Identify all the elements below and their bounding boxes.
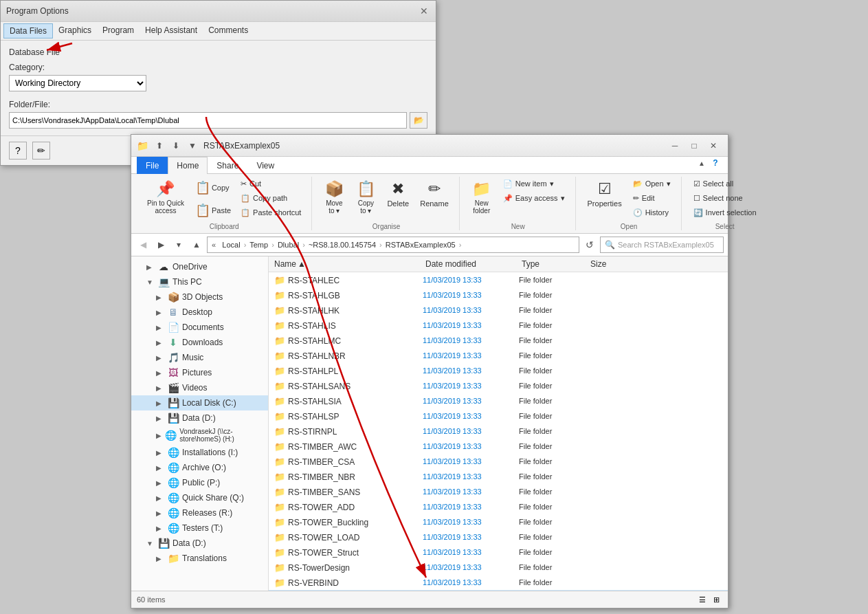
- properties-button[interactable]: ☑ Properties: [583, 177, 627, 211]
- sidebar-item-onedrive[interactable]: ▶ ☁ OneDrive: [131, 259, 268, 274]
- file-row[interactable]: 📁RS-VERBIND 11/03/2019 13:33 File folder: [269, 575, 728, 590]
- file-row[interactable]: 📁RS-STAHLMC 11/03/2019 13:33 File folder: [269, 333, 728, 348]
- paste-shortcut-button[interactable]: 📋 Paste shortcut: [236, 206, 306, 219]
- file-row[interactable]: 📁RS-STAHLSP 11/03/2019 13:33 File folder: [269, 408, 728, 424]
- select-all-button[interactable]: ☑ Select all: [689, 177, 761, 190]
- move-to-button[interactable]: 📦 Moveto ▾: [319, 177, 349, 218]
- col-header-type[interactable]: Type: [522, 259, 590, 269]
- file-row[interactable]: 📁RS-STAHLSIA 11/03/2019 13:33 File folde…: [269, 393, 728, 408]
- program-options-close-button[interactable]: ✕: [418, 5, 430, 17]
- col-date-label: Date modified: [425, 259, 476, 269]
- file-row[interactable]: 📁RS-STAHLEC 11/03/2019 13:33 File folder: [269, 272, 728, 287]
- sidebar-item-testers[interactable]: ▶ 🌐 Testers (T:): [131, 520, 268, 536]
- ribbon-tab-file[interactable]: File: [137, 157, 168, 174]
- folder-path-input[interactable]: [9, 112, 407, 129]
- file-row[interactable]: 📁RS-STAHLIS 11/03/2019 13:33 File folder: [269, 318, 728, 333]
- refresh-button[interactable]: ↺: [582, 237, 597, 252]
- menu-item-datafiles[interactable]: Data Files: [3, 23, 53, 39]
- file-row[interactable]: 📁RS-TOWER_ADD 11/03/2019 13:33 File fold…: [269, 499, 728, 514]
- sidebar-item-archive[interactable]: ▶ 🌐 Archive (O:): [131, 460, 268, 475]
- sidebar-item-pictures[interactable]: ▶ 🖼 Pictures: [131, 365, 268, 380]
- sidebar-item-videos[interactable]: ▶ 🎬 Videos: [131, 380, 268, 395]
- sidebar-item-translations[interactable]: ▶ 📁 Translations: [131, 551, 268, 566]
- delete-button[interactable]: ✖ Delete: [382, 177, 414, 211]
- file-row[interactable]: 📁RS-TIMBER_NBR 11/03/2019 13:33 File fol…: [269, 469, 728, 484]
- qs-btn-2[interactable]: ⬇: [169, 140, 183, 152]
- easy-access-button[interactable]: 📌 Easy access ▾: [498, 191, 570, 205]
- rename-button[interactable]: ✏ Rename: [415, 177, 454, 211]
- paste-button[interactable]: 📋 Paste: [190, 199, 234, 221]
- sidebar-item-thispc[interactable]: ▼ 💻 This PC: [131, 274, 268, 289]
- file-row[interactable]: 📁RS-STAHLGB 11/03/2019 13:33 File folder: [269, 287, 728, 303]
- file-row[interactable]: 📁RS-TOWER_Struct 11/03/2019 13:33 File f…: [269, 545, 728, 560]
- menu-item-helpassistant[interactable]: Help Assistant: [140, 23, 203, 39]
- sidebar-item-downloads[interactable]: ▶ ⬇ Downloads: [131, 335, 268, 350]
- file-row[interactable]: 📁RS-STAHLHK 11/03/2019 13:33 File folder: [269, 303, 728, 318]
- sidebar-item-localc[interactable]: ▶ 💾 Local Disk (C:): [131, 395, 268, 410]
- help-button[interactable]: ?: [9, 142, 27, 160]
- category-dropdown[interactable]: Working Directory: [9, 75, 146, 91]
- file-row[interactable]: 📁RS-TOWER_Buckling 11/03/2019 13:33 File…: [269, 514, 728, 529]
- invert-selection-button[interactable]: 🔄 Invert selection: [689, 206, 761, 219]
- sidebar-item-installations[interactable]: ▶ 🌐 Installations (I:): [131, 445, 268, 460]
- copy-to-button[interactable]: 📋 Copyto ▾: [350, 177, 381, 218]
- cut-button[interactable]: ✂ Cut: [236, 177, 306, 190]
- ribbon-tab-home[interactable]: Home: [168, 157, 208, 174]
- sidebar-item-quickshare[interactable]: ▶ 🌐 Quick Share (Q:): [131, 490, 268, 505]
- sidebar-item-datad2[interactable]: ▼ 💾 Data (D:): [131, 536, 268, 551]
- col-header-size[interactable]: Size: [590, 259, 645, 269]
- new-item-button[interactable]: 📄 New item ▾: [498, 177, 570, 190]
- menu-item-graphics[interactable]: Graphics: [53, 23, 97, 39]
- ribbon-expand-button[interactable]: ▲: [695, 157, 709, 169]
- explorer-close-button[interactable]: ✕: [704, 138, 722, 153]
- videos-label: Videos: [182, 383, 207, 393]
- file-row[interactable]: 📁RS-STAHLSANS 11/03/2019 13:33 File fold…: [269, 378, 728, 393]
- sidebar-item-music[interactable]: ▶ 🎵 Music: [131, 350, 268, 365]
- sidebar-item-releases[interactable]: ▶ 🌐 Releases (R:): [131, 505, 268, 520]
- folder-browse-button[interactable]: 📂: [410, 112, 427, 129]
- col-header-date[interactable]: Date modified: [425, 259, 522, 269]
- edit-btn[interactable]: ✏ Edit: [628, 191, 676, 205]
- file-row[interactable]: 📁RS-TowerDesign 11/03/2019 13:33 File fo…: [269, 560, 728, 575]
- details-view-button[interactable]: ☰: [696, 593, 709, 606]
- file-row[interactable]: 📁RS-TIMBER_SANS 11/03/2019 13:33 File fo…: [269, 484, 728, 499]
- col-header-name[interactable]: Name ▲: [274, 259, 425, 269]
- new-folder-button[interactable]: 📁 Newfolder: [467, 177, 497, 218]
- search-box[interactable]: 🔍 Search RSTABxExamplex05: [600, 237, 724, 253]
- open-button[interactable]: 📂 Open ▾: [628, 177, 676, 190]
- sidebar-item-desktop[interactable]: ▶ 🖥 Desktop: [131, 305, 268, 320]
- menu-item-program[interactable]: Program: [97, 23, 140, 39]
- explorer-maximize-button[interactable]: □: [685, 138, 703, 153]
- copy-button[interactable]: 📋 Copy: [190, 177, 234, 199]
- nav-back-button[interactable]: ◀: [135, 237, 151, 252]
- ribbon-tab-view[interactable]: View: [247, 157, 283, 174]
- select-none-button[interactable]: ☐ Select none: [689, 191, 761, 205]
- file-row[interactable]: 📁RS-TIMBER_AWC 11/03/2019 13:33 File fol…: [269, 439, 728, 454]
- sidebar-item-public[interactable]: ▶ 🌐 Public (P:): [131, 475, 268, 490]
- file-row[interactable]: 📁RS-STAHLNBR 11/03/2019 13:33 File folde…: [269, 348, 728, 363]
- ribbon-tab-share[interactable]: Share: [208, 157, 247, 174]
- address-path[interactable]: « Local › Temp › Dlubal › ~RS8.18.00.145…: [207, 237, 579, 253]
- copy-path-button[interactable]: 📋 Copy path: [236, 191, 306, 205]
- file-row[interactable]: 📁RS-STAHLPL 11/03/2019 13:33 File folder: [269, 363, 728, 378]
- sidebar-item-datad[interactable]: ▶ 💾 Data (D:): [131, 410, 268, 426]
- nav-up-button[interactable]: ▲: [189, 237, 204, 252]
- large-icons-view-button[interactable]: ⊞: [710, 593, 722, 606]
- nav-forward-button[interactable]: ▶: [153, 237, 168, 252]
- sidebar-item-3dobjects[interactable]: ▶ 📦 3D Objects: [131, 289, 268, 305]
- qs-btn-3[interactable]: ▼: [186, 140, 199, 152]
- explorer-minimize-button[interactable]: ─: [666, 138, 684, 153]
- edit-button[interactable]: ✏: [32, 142, 50, 160]
- file-row[interactable]: 📁RS-STIRNPL 11/03/2019 13:33 File folder: [269, 424, 728, 439]
- ribbon-help-button[interactable]: ?: [709, 157, 722, 169]
- qs-btn-1[interactable]: ⬆: [153, 140, 166, 152]
- nav-down-button[interactable]: ▾: [171, 237, 186, 252]
- menu-item-comments[interactable]: Comments: [203, 23, 254, 39]
- pin-to-quick-access-button[interactable]: 📌 Pin to Quickaccess: [142, 177, 189, 218]
- paste-shortcut-label: Paste shortcut: [253, 208, 301, 217]
- file-row[interactable]: 📁RS-TIMBER_CSA 11/03/2019 13:33 File fol…: [269, 454, 728, 469]
- sidebar-item-documents[interactable]: ▶ 📄 Documents: [131, 320, 268, 335]
- sidebar-item-vondrasekj[interactable]: ▶ 🌐 VondrasekJ (\\cz-store\homeS) (H:): [131, 426, 268, 445]
- file-row[interactable]: 📁RS-TOWER_LOAD 11/03/2019 13:33 File fol…: [269, 529, 728, 545]
- history-button[interactable]: 🕐 History: [628, 206, 676, 219]
